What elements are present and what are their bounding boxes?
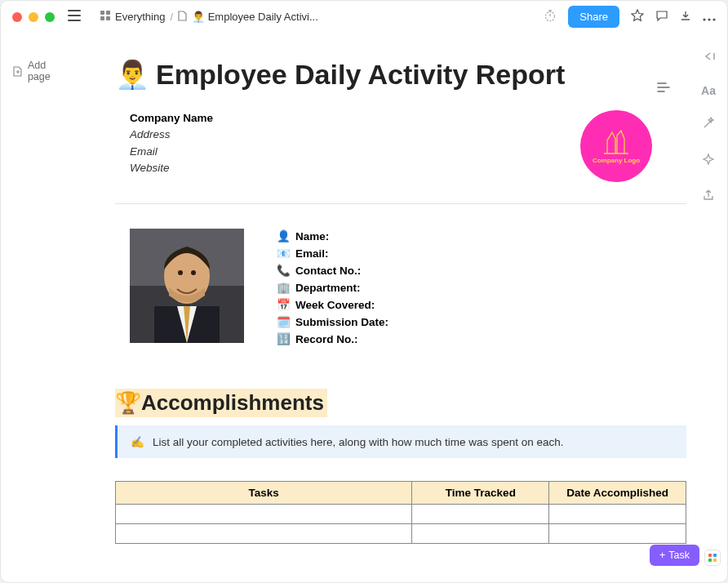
col-tasks: Tasks xyxy=(116,482,412,505)
wand-icon[interactable] xyxy=(702,117,715,133)
department-label: Department: xyxy=(295,280,361,297)
name-label: Name: xyxy=(295,229,329,246)
week-label: Week Covered: xyxy=(295,297,375,314)
download-icon[interactable] xyxy=(680,10,691,24)
svg-rect-1 xyxy=(106,11,110,15)
sidebar-toggle-icon[interactable] xyxy=(68,10,81,24)
trophy-emoji: 🏆 xyxy=(115,390,141,416)
svg-point-12 xyxy=(178,270,183,275)
building-icon xyxy=(601,129,632,155)
svg-rect-2 xyxy=(100,16,104,20)
share-button[interactable]: Share xyxy=(568,6,619,28)
accomplishments-heading[interactable]: 🏆Accomplishments xyxy=(115,389,327,417)
svg-point-7 xyxy=(712,18,715,20)
writing-emoji: ✍️ xyxy=(131,435,144,448)
company-info[interactable]: Company Name Address Email Website xyxy=(130,110,213,176)
clipboard-emoji: 🔢 xyxy=(277,332,291,349)
collapse-icon[interactable] xyxy=(702,50,715,65)
svg-rect-3 xyxy=(106,16,110,20)
page-title-text: Employee Daily Activity Report xyxy=(156,59,565,91)
maximize-window-button[interactable] xyxy=(45,12,55,22)
svg-rect-0 xyxy=(100,11,104,15)
font-icon[interactable]: Aa xyxy=(701,84,716,97)
svg-rect-17 xyxy=(713,559,717,562)
phone-emoji: 📞 xyxy=(277,263,291,280)
right-rail: Aa xyxy=(696,50,721,205)
comment-icon[interactable] xyxy=(655,9,668,25)
page-title[interactable]: 👨‍💼 Employee Daily Activity Report xyxy=(115,58,686,91)
office-emoji: 🏢 xyxy=(277,280,291,297)
more-icon[interactable] xyxy=(703,10,716,24)
task-fab-label: Task xyxy=(668,550,690,561)
table-row[interactable] xyxy=(116,505,686,524)
company-website: Website xyxy=(130,160,213,176)
export-icon[interactable] xyxy=(702,189,715,205)
add-page-button[interactable]: Add page xyxy=(12,60,71,82)
document-icon xyxy=(178,11,187,24)
person-emoji: 👤 xyxy=(277,229,291,246)
new-page-icon xyxy=(12,66,23,77)
breadcrumb-separator: / xyxy=(170,11,173,23)
document-body[interactable]: 👨‍💼 Employee Daily Activity Report Compa… xyxy=(82,33,727,582)
id-emoji: 📧 xyxy=(277,246,291,263)
spiral-calendar-emoji: 🗓️ xyxy=(277,314,291,332)
callout[interactable]: ✍️ List all your completed activities he… xyxy=(115,425,686,458)
stopwatch-icon[interactable] xyxy=(544,9,557,25)
calendar-emoji: 📅 xyxy=(277,297,291,314)
svg-point-13 xyxy=(191,270,196,275)
col-time: Time Tracked xyxy=(412,482,549,505)
callout-text: List all your completed activities here,… xyxy=(153,436,564,448)
company-logo-text: Company Logo xyxy=(593,157,640,164)
svg-point-6 xyxy=(708,18,710,20)
paragraph-icon[interactable] xyxy=(657,81,670,96)
company-logo: Company Logo xyxy=(580,110,652,182)
window-controls xyxy=(12,12,55,22)
breadcrumb-root[interactable]: Everything xyxy=(115,11,165,23)
breadcrumb[interactable]: Everything / 👨‍💼 Employee Daily Activi..… xyxy=(100,11,535,24)
sidebar: Add page xyxy=(1,33,82,582)
company-email: Email xyxy=(130,144,213,160)
plus-icon: + xyxy=(659,550,665,561)
contact-label: Contact No.: xyxy=(295,263,361,280)
page-title-emoji: 👨‍💼 xyxy=(115,58,149,91)
minimize-window-button[interactable] xyxy=(29,12,38,22)
grid-icon xyxy=(100,11,110,23)
submission-label: Submission Date: xyxy=(295,314,388,332)
email-label: Email: xyxy=(295,246,329,263)
company-address: Address xyxy=(130,127,213,143)
company-name: Company Name xyxy=(130,110,213,127)
tasks-table[interactable]: Tasks Time Tracked Date Accomplished xyxy=(115,481,686,544)
col-date: Date Accomplished xyxy=(549,482,686,505)
svg-rect-16 xyxy=(708,559,712,562)
breadcrumb-doc[interactable]: 👨‍💼 Employee Daily Activi... xyxy=(192,11,318,23)
sparkle-icon[interactable] xyxy=(702,153,715,169)
profile-fields[interactable]: 👤Name: 📧Email: 📞Contact No.: 🏢Department… xyxy=(277,229,388,348)
table-row[interactable] xyxy=(116,524,686,544)
divider xyxy=(115,203,686,204)
add-page-label: Add page xyxy=(28,60,71,82)
svg-rect-14 xyxy=(708,554,712,557)
svg-point-5 xyxy=(703,18,705,20)
accomplishments-text: Accomplishments xyxy=(141,390,324,416)
star-icon[interactable] xyxy=(631,9,644,25)
new-task-button[interactable]: + Task xyxy=(650,545,699,566)
avatar xyxy=(130,229,244,343)
record-label: Record No.: xyxy=(295,332,358,349)
apps-icon[interactable] xyxy=(704,550,721,566)
close-window-button[interactable] xyxy=(12,12,22,22)
svg-rect-15 xyxy=(713,554,717,557)
titlebar: Everything / 👨‍💼 Employee Daily Activi..… xyxy=(1,1,727,33)
